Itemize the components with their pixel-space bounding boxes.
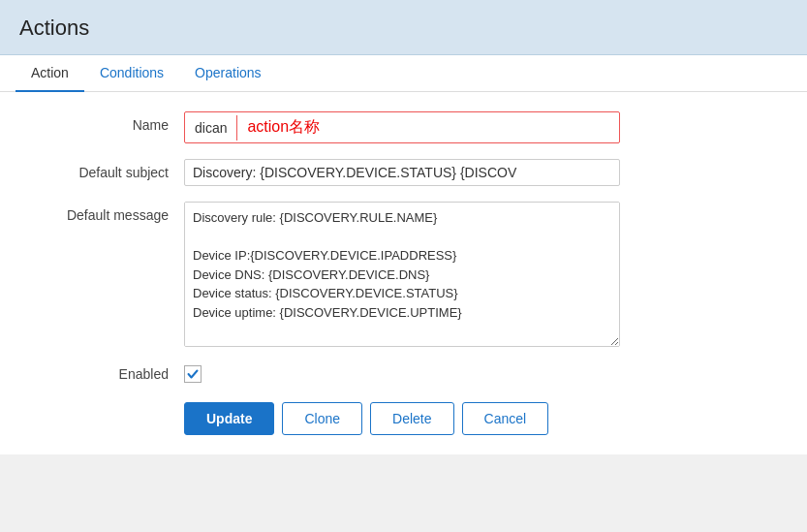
name-row: Name dican action名称	[29, 111, 778, 143]
tab-action[interactable]: Action	[16, 55, 84, 92]
cancel-button[interactable]: Cancel	[462, 402, 549, 435]
page-header: Actions	[0, 0, 807, 55]
name-input-value: dican	[185, 115, 237, 141]
subject-input[interactable]	[184, 159, 620, 186]
name-input-wrapper: dican action名称	[184, 111, 778, 143]
subject-row: Default subject	[29, 159, 778, 186]
subject-label: Default subject	[29, 159, 184, 180]
clone-button[interactable]: Clone	[282, 402, 362, 435]
form-area: Name dican action名称 Default subject Defa…	[0, 92, 807, 454]
name-input-placeholder: action名称	[237, 112, 619, 142]
name-field-container[interactable]: dican action名称	[184, 111, 620, 143]
subject-input-wrapper	[184, 159, 778, 186]
tabs-bar: Action Conditions Operations	[0, 55, 807, 92]
tab-operations[interactable]: Operations	[179, 55, 276, 92]
update-button[interactable]: Update	[184, 402, 274, 435]
tab-conditions[interactable]: Conditions	[84, 55, 179, 92]
enabled-checkbox[interactable]	[184, 365, 202, 383]
delete-button[interactable]: Delete	[370, 402, 453, 435]
page-title: Actions	[19, 16, 788, 41]
buttons-row: Update Clone Delete Cancel	[29, 402, 778, 435]
enabled-row: Enabled	[29, 365, 778, 383]
checkmark-icon	[187, 368, 199, 380]
message-textarea[interactable]: Discovery rule: {DISCOVERY.RULE.NAME} De…	[184, 202, 620, 347]
message-row: Default message Discovery rule: {DISCOVE…	[29, 202, 778, 350]
message-label: Default message	[29, 202, 184, 223]
content-area: Action Conditions Operations Name dican …	[0, 55, 807, 454]
message-input-wrapper: Discovery rule: {DISCOVERY.RULE.NAME} De…	[184, 202, 620, 350]
enabled-label: Enabled	[29, 366, 184, 382]
name-label: Name	[29, 111, 184, 133]
